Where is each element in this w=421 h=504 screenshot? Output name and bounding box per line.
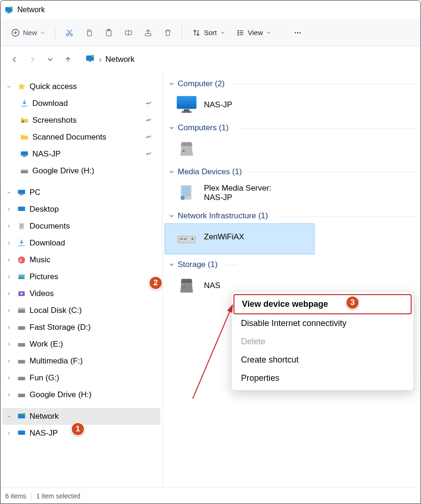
- tree-item-pictures[interactable]: Pictures: [2, 268, 160, 285]
- drive-icon: [16, 390, 27, 400]
- tree-label: Documents: [30, 222, 70, 231]
- view-button[interactable]: View: [232, 24, 275, 42]
- group-header-media[interactable]: Media Devices (1): [165, 166, 418, 179]
- tree-item-nasjp[interactable]: NAS-JP: [2, 146, 160, 163]
- pin-icon: [145, 133, 152, 142]
- pin-icon: [145, 149, 152, 159]
- tree-item-music[interactable]: Music: [2, 252, 160, 268]
- tree-item-scanned[interactable]: Scanned Documents: [2, 129, 160, 146]
- network-icon: [16, 411, 27, 422]
- group-header-computer[interactable]: Computer (2): [165, 78, 418, 91]
- svg-rect-7: [88, 31, 91, 36]
- tree-item-download[interactable]: Download: [2, 95, 160, 112]
- rename-button[interactable]: [120, 24, 137, 42]
- new-label: New: [23, 29, 37, 37]
- svg-rect-28: [18, 207, 25, 211]
- drive-icon: [16, 322, 27, 333]
- menu-disable-internet[interactable]: Disable Internet connectivity: [233, 314, 412, 333]
- tree-item-fun-g[interactable]: Fun (G:): [2, 370, 160, 386]
- svg-point-47: [183, 150, 185, 152]
- tree-item-local-c[interactable]: Local Disk (C:): [2, 302, 160, 319]
- music-icon: [16, 255, 27, 265]
- drive-icon: [16, 339, 27, 349]
- tree-item-screenshots[interactable]: Screenshots: [2, 112, 160, 129]
- group-label: Network Infrastructure (1): [178, 211, 268, 221]
- up-button[interactable]: [62, 54, 74, 65]
- svg-rect-33: [18, 310, 25, 313]
- tree-item-multimedia-f[interactable]: Multimedia (F:): [2, 353, 160, 370]
- tree-label: Multimedia (F:): [30, 356, 83, 366]
- back-button[interactable]: [9, 54, 20, 65]
- tree-item-gdrive-h[interactable]: Google Drive (H:): [2, 386, 160, 403]
- breadcrumb-root[interactable]: Network: [105, 55, 135, 64]
- svg-rect-22: [21, 151, 28, 156]
- tree-label: Fun (G:): [30, 373, 59, 383]
- svg-point-5: [67, 34, 68, 36]
- menu-view-device-webpage[interactable]: View device webpage: [233, 294, 412, 314]
- item-computer-tower[interactable]: [165, 135, 418, 166]
- share-button[interactable]: [140, 24, 157, 42]
- forward-button[interactable]: [27, 54, 38, 65]
- menu-properties[interactable]: Properties: [233, 369, 412, 387]
- tree-item-fast-d[interactable]: Fast Storage (D:): [2, 319, 160, 336]
- new-button[interactable]: New: [7, 24, 49, 42]
- item-label: Plex Media Server:: [204, 184, 271, 193]
- separator: [55, 26, 55, 39]
- folder-icon: [19, 115, 30, 126]
- svg-rect-27: [20, 194, 23, 195]
- recent-button[interactable]: [45, 54, 56, 65]
- svg-point-13: [238, 32, 239, 33]
- item-nasjp-computer[interactable]: NAS-JP: [165, 91, 418, 122]
- svg-rect-44: [177, 96, 196, 109]
- svg-rect-2: [7, 13, 11, 13]
- tree-item-videos[interactable]: Videos: [2, 285, 160, 302]
- sort-button[interactable]: Sort: [188, 24, 229, 42]
- tree-this-pc[interactable]: PC: [2, 184, 160, 201]
- item-plex[interactable]: Plex Media Server: NAS-JP: [165, 179, 418, 210]
- menu-create-shortcut[interactable]: Create shortcut: [233, 351, 412, 369]
- svg-point-16: [297, 32, 298, 33]
- paste-button[interactable]: [100, 24, 117, 42]
- tree-label: Google Drive (H:): [30, 390, 91, 400]
- content-pane: Computer (2) NAS-JP Computers (1) Media …: [163, 73, 421, 488]
- tree-label: NAS-JP: [30, 429, 58, 438]
- pin-icon: [145, 116, 152, 125]
- more-button[interactable]: [289, 24, 306, 42]
- group-header-netinfra[interactable]: Network Infrastructure (1): [165, 210, 418, 223]
- title-bar: Network: [0, 0, 421, 19]
- tree-label: Desktop: [30, 205, 59, 214]
- tree-item-gdrive[interactable]: Google Drive (H:): [2, 163, 160, 179]
- tree-label: Quick access: [30, 82, 77, 91]
- tree-item-download2[interactable]: Download: [2, 235, 160, 252]
- drive-icon: [16, 305, 27, 316]
- tree-label: Pictures: [30, 272, 58, 282]
- item-zenwifiax[interactable]: ZenWiFiAX: [165, 223, 315, 254]
- tree-item-work-e[interactable]: Work (E:): [2, 336, 160, 353]
- tree-network[interactable]: Network: [2, 408, 160, 425]
- videos-icon: [16, 289, 27, 299]
- item-label: NAS-JP: [204, 100, 232, 110]
- svg-rect-19: [89, 60, 91, 61]
- tree-label: Music: [30, 255, 50, 265]
- svg-point-41: [23, 413, 25, 415]
- tree-quick-access[interactable]: Quick access: [2, 78, 160, 95]
- monitor-icon: [175, 93, 198, 117]
- tree-item-documents[interactable]: Documents: [2, 218, 160, 235]
- tree-item-desktop[interactable]: Desktop: [2, 201, 160, 218]
- svg-rect-35: [18, 326, 25, 330]
- delete-button[interactable]: [159, 24, 176, 42]
- computer-icon: [19, 149, 30, 159]
- group-header-computers[interactable]: Computers (1): [165, 122, 418, 135]
- svg-rect-45: [184, 109, 190, 111]
- tree-label: Local Disk (C:): [30, 306, 82, 315]
- svg-point-54: [191, 238, 193, 240]
- copy-button[interactable]: [81, 24, 98, 42]
- cut-button[interactable]: [61, 24, 78, 42]
- computer-icon: [16, 187, 27, 198]
- tree-label: PC: [30, 188, 41, 197]
- annotation-badge-3: 3: [346, 296, 360, 310]
- group-header-storage[interactable]: Storage (1): [165, 259, 418, 272]
- router-icon: [175, 225, 198, 249]
- address-bar[interactable]: › Network: [80, 53, 412, 66]
- toolbar: New Sort View: [0, 19, 421, 46]
